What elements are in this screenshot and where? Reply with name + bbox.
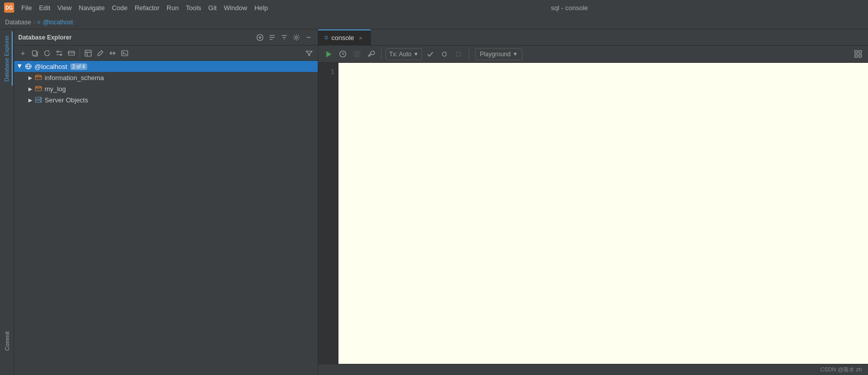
schema-button[interactable] (66, 48, 77, 59)
copy-icon (31, 50, 39, 57)
filter-button-header[interactable] (279, 32, 289, 43)
minimize-icon: − (306, 33, 311, 42)
add-data-source-button[interactable] (255, 32, 265, 43)
collapse-all-button[interactable] (267, 32, 277, 43)
svg-point-30 (354, 51, 360, 57)
toolbar-sep-2 (381, 49, 382, 59)
playground-button[interactable]: Playground ▼ (475, 48, 522, 60)
sidebar-tab-db-explorer[interactable]: Database Explorer (2, 31, 13, 86)
svg-point-9 (295, 36, 297, 39)
tree-arrow-my-log: ▶ (26, 85, 34, 93)
sidebar-tab-commit[interactable]: Commit (2, 327, 12, 355)
menu-refactor[interactable]: Refactor (132, 3, 163, 13)
side-tabs: Database Explorer Commit (0, 29, 14, 375)
db-explorer-title: Database Explorer (18, 34, 255, 41)
status-bar: CSDN @落水 zh (318, 364, 868, 375)
stop-icon (455, 51, 462, 58)
tree-item-server-objects[interactable]: ▶ Server Objects (14, 94, 318, 105)
menu-navigate[interactable]: Navigate (76, 3, 107, 13)
window-title: sql - console (275, 4, 864, 12)
app-icon: DG (4, 3, 14, 13)
breadcrumb-localhost[interactable]: @localhost (43, 19, 73, 26)
move-icon (109, 50, 116, 57)
menu-run[interactable]: Run (164, 3, 182, 13)
grid-icon (854, 50, 862, 58)
tree-arrow-localhost: ▶ (16, 62, 24, 70)
settings-button[interactable] (291, 32, 301, 43)
svg-rect-14 (85, 50, 91, 56)
menu-git[interactable]: Git (205, 3, 220, 13)
commit-button[interactable] (424, 48, 436, 60)
svg-point-26 (40, 98, 41, 99)
tab-close-button[interactable]: × (357, 34, 364, 42)
history-icon (339, 50, 347, 58)
toolbar-sep-3 (469, 49, 469, 59)
svg-marker-28 (326, 51, 331, 57)
localhost-badge: 2 of 4 (70, 63, 87, 70)
filter-button[interactable] (304, 48, 315, 59)
plus-icon: + (21, 49, 25, 57)
svg-rect-33 (855, 51, 857, 53)
menu-view[interactable]: View (54, 3, 74, 13)
tree-icon-localhost (24, 62, 32, 70)
copy-button[interactable] (29, 48, 41, 59)
tree-icon-info-schema (34, 73, 43, 82)
toolbar-sep-1 (80, 49, 80, 58)
tx-label: Tx: Auto (389, 51, 411, 58)
minimize-button[interactable]: − (304, 32, 314, 43)
status-text: CSDN @落水 zh (820, 366, 862, 373)
pin-button[interactable] (351, 48, 363, 60)
menu-help[interactable]: Help (251, 3, 271, 13)
tab-console[interactable]: ⌗ console × (318, 29, 371, 46)
grid-button[interactable] (852, 48, 864, 60)
tree-label-server-objects: Server Objects (45, 96, 88, 104)
tree-icon-my-log (34, 85, 43, 93)
breadcrumb: Database › ⌗ @localhost (0, 15, 868, 29)
history-button[interactable] (336, 48, 349, 60)
svg-rect-12 (68, 51, 74, 55)
tree-label-my-log: my_log (45, 85, 66, 93)
editor-body[interactable] (338, 63, 868, 364)
schema-icon (68, 50, 75, 57)
editor-toolbar: Tx: Auto ▼ Playground ▼ (318, 46, 868, 63)
add-button[interactable]: + (17, 48, 28, 59)
new-table-button[interactable] (83, 48, 94, 59)
edit-button[interactable] (95, 48, 106, 59)
stop-button[interactable] (452, 48, 465, 60)
line-num-1: 1 (318, 67, 334, 77)
rollback-button[interactable] (438, 48, 450, 60)
check-icon (427, 51, 434, 58)
tx-dropdown[interactable]: Tx: Auto ▼ (386, 48, 422, 60)
editor-toolbar-right (852, 48, 864, 60)
main-layout: Database Explorer Commit Database Explor… (0, 29, 868, 375)
wrench-button[interactable] (365, 48, 377, 60)
menu-edit[interactable]: Edit (36, 3, 53, 13)
sync-button[interactable] (54, 48, 65, 59)
edit-icon (97, 50, 104, 57)
svg-rect-35 (855, 55, 857, 57)
db-explorer-header: Database Explorer − (14, 29, 318, 46)
run-console-button[interactable] (119, 48, 130, 59)
refresh-button[interactable] (42, 48, 53, 59)
rollback-icon (441, 51, 448, 58)
svg-rect-31 (356, 53, 358, 55)
tree-item-information-schema[interactable]: ▶ information_schema (14, 72, 318, 83)
tree-item-my-log[interactable]: ▶ my_log (14, 83, 318, 94)
breadcrumb-database[interactable]: Database (5, 19, 31, 26)
run-button[interactable] (322, 48, 334, 60)
console-icon (121, 50, 128, 57)
menu-bar: File Edit View Navigate Code Refactor Ru… (18, 2, 271, 14)
tree-item-localhost[interactable]: ▶ @localhost 2 of 4 (14, 61, 318, 72)
editor-tabs: ⌗ console × (318, 29, 868, 46)
filter-icon (306, 50, 313, 57)
svg-point-27 (40, 101, 41, 102)
editor-content: 1 (318, 63, 868, 364)
menu-code[interactable]: Code (109, 3, 131, 13)
menu-file[interactable]: File (18, 3, 35, 13)
menu-window[interactable]: Window (221, 3, 250, 13)
tree-arrow-server-objects: ▶ (26, 96, 34, 104)
move-button[interactable] (107, 48, 118, 59)
pin-icon (353, 50, 361, 58)
menu-tools[interactable]: Tools (183, 3, 204, 13)
db-explorer-header-icons: − (255, 32, 314, 43)
